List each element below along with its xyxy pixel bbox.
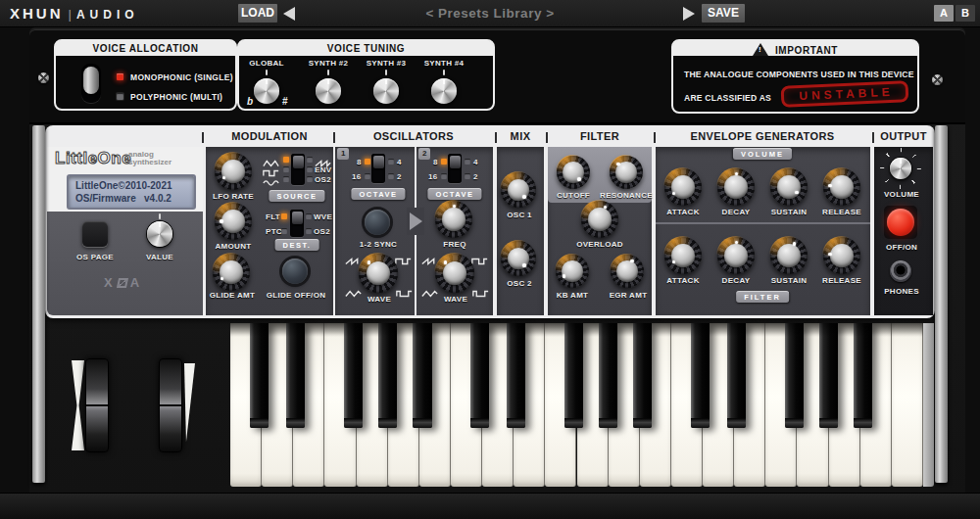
volume-release-knob[interactable] bbox=[823, 168, 860, 206]
white-key[interactable] bbox=[892, 323, 923, 487]
mod-wheel[interactable] bbox=[159, 358, 182, 452]
detent-mark-icon bbox=[443, 70, 445, 75]
black-key[interactable] bbox=[564, 323, 583, 428]
osc1-octave4-led bbox=[388, 159, 394, 165]
black-key[interactable] bbox=[819, 323, 838, 428]
osc2-octave16-led bbox=[441, 173, 447, 179]
os-page-button[interactable] bbox=[82, 221, 108, 247]
osc2-octave-switch[interactable] bbox=[448, 154, 462, 183]
tuning-synth3-label: SYNTH #3 bbox=[367, 59, 407, 68]
saw-wave-icon bbox=[345, 253, 362, 262]
filter-release-knob[interactable] bbox=[823, 237, 860, 274]
brand-left: XHUN bbox=[10, 5, 64, 22]
black-key[interactable] bbox=[785, 323, 804, 428]
pitch-bend-wheel[interactable] bbox=[85, 358, 109, 452]
power-label: OFF/ON bbox=[886, 243, 917, 252]
osc1-octave-switch[interactable] bbox=[371, 154, 385, 183]
mod-amount-knob[interactable] bbox=[215, 203, 252, 240]
synth2-tune-knob[interactable] bbox=[316, 78, 341, 104]
osc1-octave-16: 16 bbox=[352, 172, 362, 181]
kb-amt-knob[interactable] bbox=[556, 255, 589, 288]
filter-attack-knob[interactable] bbox=[664, 237, 702, 274]
warning-triangle-icon: ! bbox=[753, 43, 768, 56]
osc2-wave-knob[interactable] bbox=[435, 254, 474, 293]
black-key[interactable] bbox=[470, 323, 489, 428]
volume-attack-knob[interactable] bbox=[664, 168, 702, 206]
ab-compare-b-button[interactable]: B bbox=[956, 5, 975, 22]
detent-mark-icon bbox=[159, 213, 161, 219]
dest-led-ptc bbox=[281, 228, 287, 234]
voice-mode-switch[interactable] bbox=[81, 64, 101, 103]
power-on-off-button[interactable] bbox=[887, 209, 914, 236]
keyboard-keys bbox=[230, 323, 923, 487]
osc2-freq-knob[interactable] bbox=[435, 201, 472, 238]
dest-led-flt bbox=[281, 213, 287, 219]
filter-sustain-knob[interactable] bbox=[770, 237, 808, 274]
osc1-mix-knob[interactable] bbox=[501, 172, 536, 208]
lfo-rate-knob[interactable] bbox=[215, 153, 252, 190]
osc2-mix-knob[interactable] bbox=[501, 241, 536, 276]
value-knob[interactable] bbox=[147, 221, 172, 247]
next-preset-icon[interactable] bbox=[683, 7, 695, 21]
source-led-env bbox=[307, 166, 313, 172]
preset-library-selector[interactable]: < Presets Library > bbox=[343, 6, 637, 21]
egr-amt-knob[interactable] bbox=[611, 255, 644, 288]
cutoff-knob[interactable] bbox=[557, 156, 590, 189]
load-button[interactable]: LOAD bbox=[238, 4, 277, 23]
filter-envelope-badge: FILTER bbox=[736, 291, 789, 303]
dest-os2-label: OS2 bbox=[314, 227, 330, 236]
narrow-pulse-icon bbox=[396, 285, 413, 295]
lcd-line1: LittleOne©2010-2021 bbox=[75, 179, 187, 192]
osc1-octave8-led bbox=[365, 159, 370, 165]
filter-decay-knob[interactable] bbox=[717, 237, 755, 274]
black-key[interactable] bbox=[691, 323, 710, 428]
header-divider bbox=[654, 132, 656, 143]
pulse-wave-icon bbox=[471, 253, 488, 262]
osc2-octave-8: 8 bbox=[433, 158, 438, 166]
ab-compare-a-button[interactable]: A bbox=[934, 5, 954, 22]
phones-jack[interactable] bbox=[890, 260, 911, 282]
volume-sustain-knob[interactable] bbox=[770, 168, 808, 206]
save-button[interactable]: SAVE bbox=[702, 4, 745, 23]
black-key[interactable] bbox=[250, 323, 269, 428]
sync-1-2-button[interactable] bbox=[365, 210, 390, 235]
littleone-plugin-window: XHUN|AUDIO LOAD < Presets Library > SAVE… bbox=[0, 0, 980, 519]
filter-decay-label: DECAY bbox=[722, 276, 751, 285]
black-key[interactable] bbox=[507, 323, 525, 428]
volume-attack-label: ATTACK bbox=[666, 208, 700, 216]
synth3-tune-knob[interactable] bbox=[373, 78, 399, 104]
master-volume-knob[interactable] bbox=[890, 158, 911, 179]
xhun-audio-logo-icon: XA bbox=[104, 275, 141, 290]
overload-knob[interactable] bbox=[581, 201, 618, 238]
filter-attack-label: ATTACK bbox=[666, 276, 700, 285]
black-key[interactable] bbox=[633, 323, 652, 428]
phones-label: PHONES bbox=[884, 287, 919, 296]
osc2-octave4-led bbox=[465, 159, 470, 165]
mod-source-switch[interactable] bbox=[291, 154, 305, 185]
mod-dest-switch[interactable] bbox=[290, 210, 304, 237]
global-tune-knob[interactable] bbox=[254, 78, 279, 104]
voice-allocation-title: VOICE ALLOCATION bbox=[56, 41, 235, 56]
black-key[interactable] bbox=[344, 323, 363, 428]
synth4-tune-knob[interactable] bbox=[431, 78, 457, 104]
filter-release-label: RELEASE bbox=[822, 276, 861, 285]
resonance-knob[interactable] bbox=[610, 156, 643, 189]
glide-on-off-button[interactable] bbox=[282, 259, 308, 284]
glide-amount-knob[interactable] bbox=[213, 254, 250, 291]
black-key[interactable] bbox=[378, 323, 397, 428]
black-key[interactable] bbox=[413, 323, 431, 428]
source-led-saw bbox=[307, 157, 313, 163]
black-key[interactable] bbox=[727, 323, 746, 428]
header-divider bbox=[333, 132, 335, 143]
black-key[interactable] bbox=[286, 323, 305, 428]
keyboard-end-cap bbox=[923, 323, 934, 487]
dest-wve-label: WVE bbox=[314, 212, 332, 221]
black-key[interactable] bbox=[599, 323, 617, 428]
previous-preset-icon[interactable] bbox=[283, 7, 295, 21]
osc1-tab: 1 bbox=[337, 148, 349, 160]
section-title-filter: FILTER bbox=[580, 130, 619, 142]
osc2-mix-label: OSC 2 bbox=[507, 279, 532, 288]
volume-decay-knob[interactable] bbox=[717, 168, 755, 206]
black-key[interactable] bbox=[854, 323, 872, 428]
osc1-wave-knob[interactable] bbox=[359, 254, 398, 293]
